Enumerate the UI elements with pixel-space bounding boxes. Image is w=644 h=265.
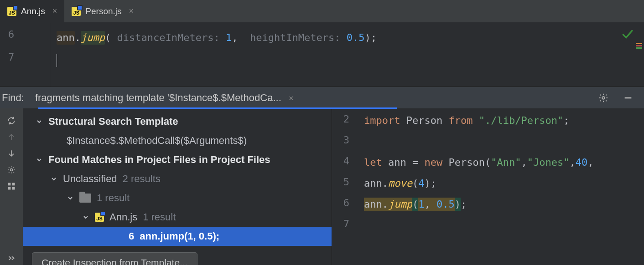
chevron-down-icon — [36, 118, 43, 125]
line-number: 4 — [332, 150, 358, 171]
code-line-7[interactable] — [50, 49, 644, 72]
js-file-icon: JS — [95, 213, 104, 222]
close-icon[interactable]: × — [289, 94, 294, 103]
chevron-down-icon — [50, 175, 57, 183]
tree-root-folder[interactable]: 1 result — [23, 189, 332, 208]
preview-line-4[interactable]: let ann = new Person("Ann","Jones",40, — [358, 152, 593, 173]
line-number: 7 — [0, 46, 50, 68]
chevron-down-icon — [67, 194, 74, 202]
tree-template-heading[interactable]: Structural Search Template — [23, 112, 332, 131]
editor-gutter: 6 7 — [0, 23, 50, 87]
find-text[interactable]: fragments matching template '$Instance$.… — [35, 92, 586, 104]
svg-rect-3 — [12, 183, 15, 186]
inspection-stripe[interactable] — [636, 43, 642, 49]
close-icon[interactable]: × — [52, 6, 57, 16]
preview-line-3[interactable] — [358, 131, 593, 152]
preview-panel[interactable]: 2 3 4 5 6 7 import Person from "./lib/Pe… — [332, 108, 644, 265]
line-number: 2 — [332, 108, 358, 129]
svg-rect-4 — [8, 187, 11, 190]
tab-filename: Ann.js — [21, 6, 45, 16]
inspection-ok-icon[interactable] — [621, 28, 633, 42]
editor-tabs: JS Ann.js × JS Person.js × — [0, 0, 644, 23]
tree-match-selected[interactable]: 6 ann.jump(1, 0.5); — [23, 227, 332, 246]
tree-unclassified[interactable]: Unclassified 2 results — [23, 169, 332, 189]
preview-line-5[interactable]: ann.move(4); — [358, 173, 593, 194]
arrow-up-icon[interactable] — [5, 130, 18, 144]
gear-icon[interactable] — [5, 163, 18, 177]
line-number: 6 — [0, 23, 50, 46]
chevron-down-icon — [36, 156, 43, 163]
js-file-icon: JS — [7, 7, 16, 16]
line-number: 5 — [332, 171, 358, 192]
find-tool-window: Structural Search Template $Instance$.$M… — [0, 108, 644, 265]
preview-line-6[interactable]: ann.jump(1, 0.5); — [358, 194, 593, 215]
more-icon[interactable] — [5, 251, 18, 265]
results-tree[interactable]: Structural Search Template $Instance$.$M… — [23, 108, 332, 246]
tree-template-body[interactable]: $Instance$.$MethodCall$($Arguments$) — [23, 131, 332, 150]
minimize-icon[interactable] — [621, 91, 635, 105]
tab-person-js[interactable]: JS Person.js × — [64, 0, 141, 22]
code-line-6[interactable]: ann.jump( distanceInMeters: 1, heightInM… — [50, 26, 644, 49]
layout-icon[interactable] — [5, 179, 18, 193]
create-inspection-button[interactable]: Create Inspection from Template... — [32, 252, 197, 265]
main-editor[interactable]: 6 7 ann.jump( distanceInMeters: 1, heigh… — [0, 23, 644, 87]
arrow-down-icon[interactable] — [5, 147, 18, 160]
tab-ann-js[interactable]: JS Ann.js × — [0, 0, 64, 22]
folder-icon — [79, 194, 91, 203]
tool-strip — [0, 108, 23, 265]
refresh-icon[interactable] — [5, 114, 18, 127]
tree-found-heading[interactable]: Found Matches in Project Files in Projec… — [23, 150, 332, 169]
find-bar: Find: fragments matching template '$Inst… — [0, 87, 644, 108]
tree-file[interactable]: JS Ann.js 1 result — [23, 208, 332, 227]
svg-point-1 — [10, 169, 13, 171]
preview-gutter: 2 3 4 5 6 7 — [332, 108, 358, 265]
line-number: 7 — [332, 213, 358, 234]
tab-filename: Person.js — [85, 6, 121, 16]
code-area[interactable]: ann.jump( distanceInMeters: 1, heightInM… — [50, 23, 644, 87]
preview-line-7[interactable] — [358, 215, 593, 236]
preview-line-2[interactable]: import Person from "./lib/Person"; — [358, 110, 593, 131]
js-file-icon: JS — [72, 7, 81, 16]
results-panel: Structural Search Template $Instance$.$M… — [23, 108, 332, 265]
svg-rect-5 — [12, 187, 15, 190]
svg-rect-2 — [8, 183, 11, 186]
text-caret — [57, 54, 57, 67]
find-tab-underline — [38, 107, 397, 109]
close-icon[interactable]: × — [129, 6, 134, 16]
find-label: Find: — [2, 92, 24, 104]
line-number: 3 — [332, 129, 358, 150]
gear-icon[interactable] — [597, 91, 610, 105]
line-number: 6 — [332, 192, 358, 213]
chevron-down-icon — [82, 214, 89, 221]
svg-point-0 — [602, 97, 605, 99]
preview-code[interactable]: import Person from "./lib/Person"; let a… — [358, 108, 593, 265]
